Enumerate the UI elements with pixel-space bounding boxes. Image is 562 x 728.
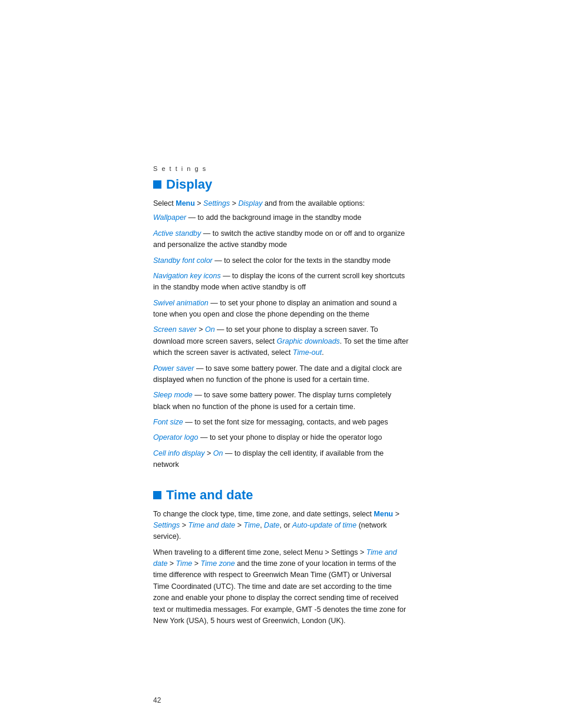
time-out-link: Time-out <box>293 348 322 357</box>
td-para2-text1: When traveling to a different time zone,… <box>153 548 366 556</box>
wallpaper-def: — to add the background image in the sta… <box>186 213 361 222</box>
timedate-section: Time and date To change the clock type, … <box>153 487 409 627</box>
standby-font-color-term: Standby font color <box>153 256 213 265</box>
item-screen-saver: Screen saver > On — to set your phone to… <box>153 324 409 358</box>
item-cell-info-display: Cell info display > On — to display the … <box>153 448 409 471</box>
display-intro: Select Menu > Settings > Display and fro… <box>153 198 409 209</box>
td2-timezone-link: Time zone <box>201 559 235 568</box>
swivel-animation-term: Swivel animation <box>153 299 209 307</box>
font-size-term: Font size <box>153 418 183 426</box>
item-wallpaper: Wallpaper — to add the background image … <box>153 212 409 223</box>
td-sep3: > <box>235 521 243 529</box>
display-square-icon <box>153 180 161 189</box>
td-para1-text1: To change the clock type, time, time zon… <box>153 510 374 518</box>
timedate-title: Time and date <box>166 487 253 503</box>
operator-logo-term: Operator logo <box>153 433 198 442</box>
item-navigation-key-icons: Navigation key icons — to display the ic… <box>153 271 409 294</box>
display-section: Display Select Menu > Settings > Display… <box>153 177 409 471</box>
cell-info-on: On <box>213 449 223 457</box>
td2-sep2: > <box>192 559 200 568</box>
active-standby-term: Active standby <box>153 229 201 238</box>
item-power-saver: Power saver — to save some battery power… <box>153 363 409 386</box>
intro-sep1: > <box>195 199 203 207</box>
wallpaper-term: Wallpaper <box>153 213 186 222</box>
graphic-downloads-link: Graphic downloads <box>277 337 340 345</box>
intro-prefix: Select <box>153 199 176 207</box>
display-heading: Display <box>153 177 409 192</box>
page-container: S e t t i n g s Display Select Menu > Se… <box>0 0 562 728</box>
intro-display: Display <box>239 199 263 207</box>
item-swivel-animation: Swivel animation — to set your phone to … <box>153 298 409 321</box>
screen-saver-on: On <box>205 325 215 334</box>
timedate-para1: To change the clock type, time, time zon… <box>153 509 409 543</box>
td-sep2: > <box>180 521 188 529</box>
power-saver-term: Power saver <box>153 364 194 373</box>
font-size-def: — to set the font size for messaging, co… <box>183 418 388 426</box>
cell-info-display-term: Cell info display <box>153 449 205 457</box>
td-menu-link: Menu <box>374 510 394 518</box>
td2-suffix: and the time zone of your location in te… <box>153 559 406 625</box>
timedate-square-icon <box>153 491 161 499</box>
td2-sep1: > <box>167 559 176 568</box>
cell-info-sep: > <box>205 449 213 457</box>
page-number: 42 <box>153 696 161 704</box>
td-time-link: Time <box>243 521 260 529</box>
display-title: Display <box>166 177 212 192</box>
td-sep5: , or <box>280 521 293 529</box>
item-active-standby: Active standby — to switch the active st… <box>153 228 409 251</box>
td-date-link: Date <box>264 521 279 529</box>
item-operator-logo: Operator logo — to set your phone to dis… <box>153 432 409 443</box>
navigation-key-icons-term: Navigation key icons <box>153 272 221 280</box>
intro-menu: Menu <box>176 199 195 207</box>
td-sep1: > <box>393 510 399 518</box>
td2-time-link: Time <box>176 559 193 568</box>
standby-font-color-def: — to select the color for the texts in t… <box>213 256 391 265</box>
item-sleep-mode: Sleep mode — to save some battery power.… <box>153 390 409 413</box>
screen-saver-sep: > <box>197 325 205 334</box>
intro-suffix: and from the available options: <box>263 199 365 207</box>
timedate-para2: When traveling to a different time zone,… <box>153 547 409 627</box>
item-font-size: Font size — to set the font size for mes… <box>153 417 409 428</box>
td-settings-link: Settings <box>153 521 180 529</box>
timedate-heading: Time and date <box>153 487 409 503</box>
operator-logo-def: — to set your phone to display or hide t… <box>198 433 382 442</box>
settings-label: S e t t i n g s <box>153 165 409 172</box>
td-timedate-link: Time and date <box>188 521 235 529</box>
intro-sep2: > <box>230 199 238 207</box>
sleep-mode-term: Sleep mode <box>153 391 193 399</box>
intro-settings: Settings <box>203 199 230 207</box>
td-autoupdate-link: Auto-update of time <box>292 521 356 529</box>
screen-saver-end: . <box>322 348 323 357</box>
item-standby-font-color: Standby font color — to select the color… <box>153 255 409 266</box>
screen-saver-term: Screen saver <box>153 325 197 334</box>
